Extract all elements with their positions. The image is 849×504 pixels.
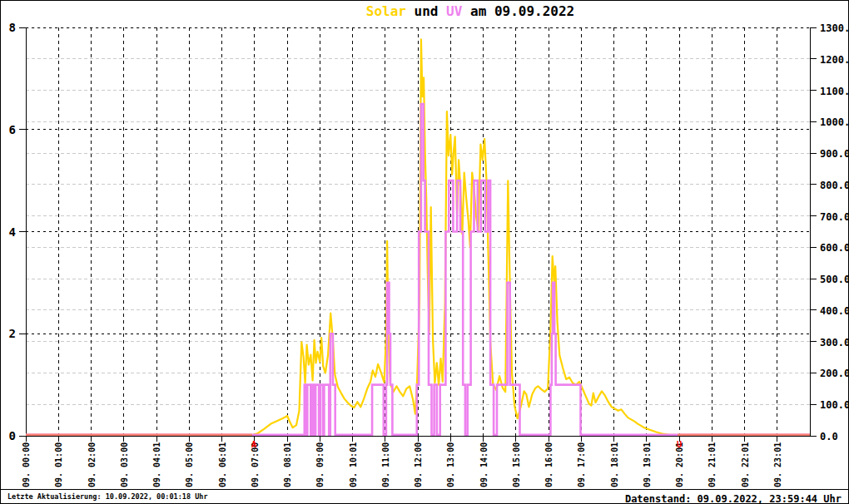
y-left-tick-label: 4 <box>9 225 16 239</box>
y-left-tick-label: 2 <box>9 327 16 340</box>
y-right-tick-label: 1200.0 <box>820 54 849 66</box>
x-tick-label: 09. 10:01 <box>349 442 358 487</box>
y-right-tick-label: 300.0 <box>820 337 849 348</box>
y-right-tick-label: 400.0 <box>820 305 849 317</box>
uv-line <box>26 104 810 435</box>
weather-chart-page: Solar und UV am 09.09.2022 024680.0100.0… <box>0 0 849 504</box>
y-left-tick-label: 6 <box>9 123 16 136</box>
x-tick-label: 09. 14:00 <box>479 442 489 487</box>
chart-canvas: 024680.0100.0200.0300.0400.0500.0600.070… <box>1 1 849 504</box>
y-right-tick-label: 700.0 <box>820 211 849 223</box>
y-right-tick-label: 800.0 <box>820 180 849 191</box>
x-tick-label: 09. 02:00 <box>87 442 97 487</box>
x-tick-label: 09. 19:01 <box>643 442 652 487</box>
data-state-text: Datenstand: 09.09.2022, 23:59:44 Uhr <box>625 493 842 504</box>
x-tick-label: 09. 17:00 <box>577 442 586 487</box>
y-right-tick-label: 100.0 <box>820 399 849 411</box>
sunset-marker: U <box>677 440 682 449</box>
footer-divider <box>1 489 849 490</box>
x-tick-label: 09. 06:01 <box>218 442 227 487</box>
x-tick-label: 09. 22:01 <box>741 442 750 487</box>
x-tick-label: 09. 04:01 <box>152 442 161 487</box>
x-tick-label: 09. 18:01 <box>610 442 619 487</box>
y-left-tick-label: 8 <box>9 21 16 34</box>
y-right-tick-label: 200.0 <box>820 368 849 379</box>
y-right-tick-label: 900.0 <box>820 148 849 160</box>
y-right-tick-label: 1100.0 <box>820 86 849 97</box>
sunrise-marker: A <box>251 440 256 449</box>
x-tick-label: 09. 13:00 <box>446 442 455 487</box>
solar-line <box>253 39 676 434</box>
x-tick-label: 09. 09:00 <box>315 442 325 487</box>
y-right-tick-label: 1300.0 <box>820 22 849 34</box>
last-update-text: Letzte Aktualisierung: 10.09.2022, 00:01… <box>7 492 208 501</box>
y-right-tick-label: 0.0 <box>820 431 838 442</box>
x-tick-label: 09. 05:00 <box>185 442 194 487</box>
x-tick-label: 09. 00:00 <box>22 442 31 487</box>
x-tick-label: 09. 16:00 <box>544 442 554 487</box>
x-tick-label: 09. 15:00 <box>512 442 521 487</box>
x-tick-label: 09. 08:01 <box>283 442 292 487</box>
x-tick-label: 09. 03:00 <box>120 442 129 487</box>
y-right-tick-label: 1000.0 <box>820 116 849 128</box>
y-left-tick-label: 0 <box>9 429 16 442</box>
y-right-tick-label: 600.0 <box>820 242 849 254</box>
x-tick-label: 09. 11:00 <box>381 442 390 487</box>
y-right-tick-label: 500.0 <box>820 274 849 285</box>
x-tick-label: 09. 01:00 <box>54 442 63 487</box>
x-tick-label: 09. 23:01 <box>773 442 782 487</box>
x-tick-label: 09. 21:01 <box>708 442 717 487</box>
x-tick-label: 09. 12:00 <box>414 442 423 487</box>
